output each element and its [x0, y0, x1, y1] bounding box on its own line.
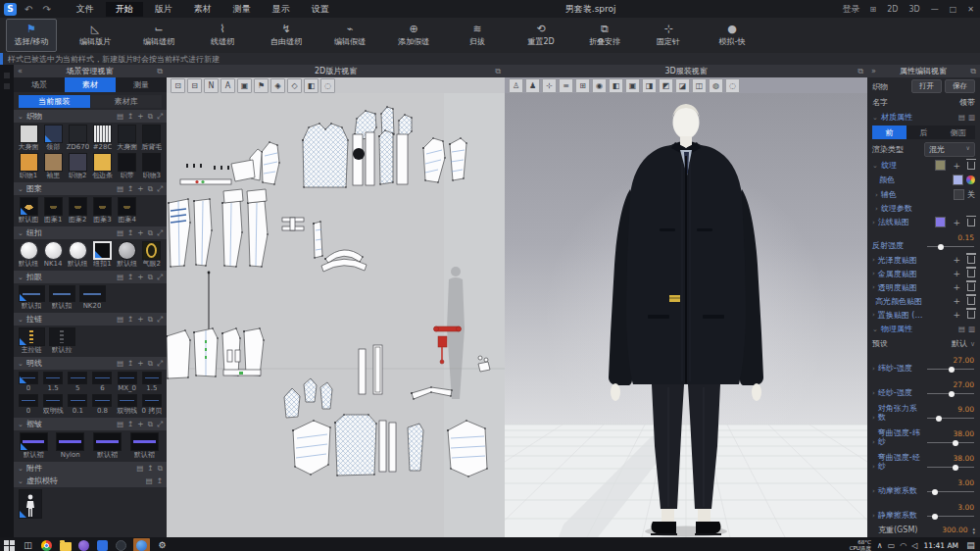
tool-button[interactable]: ⊟: [187, 78, 202, 93]
tool-button[interactable]: ◌: [320, 78, 335, 93]
window-control-icon[interactable]: 3D: [906, 5, 921, 14]
window-control-icon[interactable]: —: [929, 5, 941, 14]
caret-icon[interactable]: ›: [875, 205, 878, 213]
section-tool-icon[interactable]: ⤢: [157, 315, 163, 325]
caret-icon[interactable]: ›: [872, 256, 875, 264]
topstitch-swatch[interactable]: 5: [66, 372, 89, 393]
section-tool-icon[interactable]: ⧉: [148, 273, 153, 282]
caret-icon[interactable]: ›: [872, 311, 875, 319]
pattern-canvas[interactable]: .pc{fill:#fcfcfd;stroke:#46474b;stroke-w…: [167, 93, 505, 537]
section-tool-icon[interactable]: ↥: [127, 112, 133, 122]
texture-swatch[interactable]: [935, 160, 946, 171]
weight-stepper[interactable]: ▴▾: [972, 526, 975, 534]
login-button[interactable]: 登录: [843, 3, 860, 16]
trash-icon[interactable]: [967, 256, 975, 264]
menu-item[interactable]: 显示: [263, 2, 300, 17]
ribbon-button[interactable]: ⌇⌄ 线缝纫: [197, 19, 248, 52]
fabric-swatch[interactable]: 织物1: [17, 153, 40, 180]
button-swatch[interactable]: 纽扣1: [90, 241, 114, 269]
section-tool-icon[interactable]: ⧉: [148, 112, 153, 122]
section-header-fabric[interactable]: ⌄ 织物 ▤↥+⧉⤢: [14, 110, 167, 123]
menu-item[interactable]: 测量: [223, 2, 261, 17]
face-tab[interactable]: 前: [872, 125, 906, 139]
ribbon-button[interactable]: ⟲⌄ 重置2D: [515, 19, 566, 52]
trash-icon[interactable]: [967, 283, 975, 291]
caret-icon[interactable]: ›: [872, 414, 875, 422]
topstitch-swatch[interactable]: 1.5: [41, 372, 65, 393]
ribbon-button[interactable]: ⊹⌄ 固定针: [643, 19, 694, 52]
map-label[interactable]: 光泽度贴图: [878, 255, 917, 266]
fabric-swatch[interactable]: 织物3: [140, 153, 164, 180]
add-icon[interactable]: +: [953, 255, 960, 265]
section-tool-icon[interactable]: ↥: [147, 464, 153, 474]
topstitch-swatch[interactable]: 0.1: [66, 394, 89, 416]
tray-icon[interactable]: ∧: [877, 541, 883, 550]
pattern-swatch[interactable]: 图案2: [66, 197, 89, 225]
tool-button[interactable]: ⊞: [575, 78, 590, 93]
pleat-swatch[interactable]: 默认褶: [17, 432, 50, 460]
tool-button[interactable]: ◧: [609, 78, 623, 93]
chrome-app-icon[interactable]: [40, 539, 53, 551]
trash-icon[interactable]: [967, 162, 975, 170]
ribbon-button[interactable]: ↯⌄ 自由缝纫: [261, 19, 312, 52]
section-tool-icon[interactable]: ⤢: [157, 184, 163, 194]
section-tool-icon[interactable]: ⤢: [157, 420, 163, 429]
tool-button[interactable]: ◈: [270, 78, 285, 93]
popout-icon[interactable]: ⧉: [970, 67, 976, 76]
window-control-icon[interactable]: □: [948, 5, 959, 14]
add-icon[interactable]: +: [953, 269, 960, 278]
map-label[interactable]: 高光颜色贴图: [875, 296, 922, 307]
section-tool-icon[interactable]: ▤: [117, 315, 123, 325]
caret-icon[interactable]: ⌄: [872, 162, 878, 170]
panel-tab[interactable]: 场景: [14, 77, 65, 92]
tool-button[interactable]: ♟: [525, 78, 540, 93]
ribbon-button[interactable]: ●⌄ 模拟-快: [707, 19, 758, 52]
section-tool-icon[interactable]: ↥: [127, 228, 133, 238]
collapse-icon[interactable]: «: [18, 67, 23, 75]
material-section-header[interactable]: 材质属性: [881, 112, 912, 123]
pattern-swatch[interactable]: 图案3: [90, 197, 114, 225]
section-header-zippers[interactable]: ⌄ 拉链 ▤↥+⧉⤢: [14, 313, 167, 326]
caret-icon[interactable]: ›: [872, 438, 875, 446]
color-swatch[interactable]: [953, 175, 963, 185]
tool-button[interactable]: ⊡: [171, 78, 185, 93]
trash-icon[interactable]: [967, 270, 975, 277]
notification-icon[interactable]: ▤: [964, 539, 977, 551]
tool-button[interactable]: ◌: [725, 78, 740, 93]
ribbon-button[interactable]: ⌙⌄ 编辑缝纫: [133, 19, 184, 52]
pleat-swatch[interactable]: Nylon: [54, 432, 87, 460]
normal-map-swatch[interactable]: [935, 217, 946, 227]
settings-gear-icon[interactable]: ⚙: [156, 539, 169, 551]
menu-item[interactable]: 设置: [302, 2, 339, 17]
tool-button[interactable]: N: [204, 78, 219, 93]
tool-button[interactable]: ◇: [287, 78, 302, 93]
section-tool-icon[interactable]: +: [137, 420, 143, 429]
ribbon-button[interactable]: ≋⌄ 归拔: [452, 19, 503, 52]
topstitch-swatch[interactable]: 0 拷贝: [140, 394, 164, 416]
caret-icon[interactable]: ›: [872, 512, 875, 520]
map-label[interactable]: 置换贴图 (…: [878, 310, 923, 321]
section-header-pattern[interactable]: ⌄ 图案 ▤↥+⧉⤢: [14, 182, 167, 195]
dark-app-icon[interactable]: [115, 539, 127, 551]
panel-subtab[interactable]: 当前服装: [19, 95, 90, 108]
section-header-topstitch[interactable]: ⌄ 明线 ▤↥+⧉⤢: [14, 357, 167, 370]
alt-color-swatch[interactable]: [954, 189, 964, 200]
section-tool-icon[interactable]: +: [137, 184, 143, 194]
section-tool-icon[interactable]: ▤: [146, 476, 153, 485]
ribbon-button[interactable]: ⊕⌄ 添加假缝: [388, 19, 439, 52]
topstitch-swatch[interactable]: 双明线: [116, 394, 139, 416]
section-tool-icon[interactable]: ⧉: [148, 359, 153, 369]
section-tool-icon[interactable]: ▤: [136, 464, 143, 474]
style3d-app-icon-active[interactable]: [133, 538, 150, 551]
caret-icon[interactable]: ⌄: [872, 114, 878, 122]
ribbon-button[interactable]: ⌁⌄ 编辑假缝: [324, 19, 375, 52]
caret-icon[interactable]: ›: [872, 270, 875, 277]
add-icon[interactable]: +: [953, 282, 960, 292]
ribbon-button[interactable]: ◺⌄ 编辑版片: [70, 19, 121, 52]
caret-icon[interactable]: ⌄: [872, 326, 878, 333]
tray-icon[interactable]: ◁: [911, 541, 917, 550]
tool-button[interactable]: ◧: [304, 78, 318, 93]
tool-button[interactable]: A: [220, 78, 235, 93]
add-icon[interactable]: +: [953, 310, 960, 320]
button-swatch[interactable]: 默认纽: [66, 241, 89, 269]
